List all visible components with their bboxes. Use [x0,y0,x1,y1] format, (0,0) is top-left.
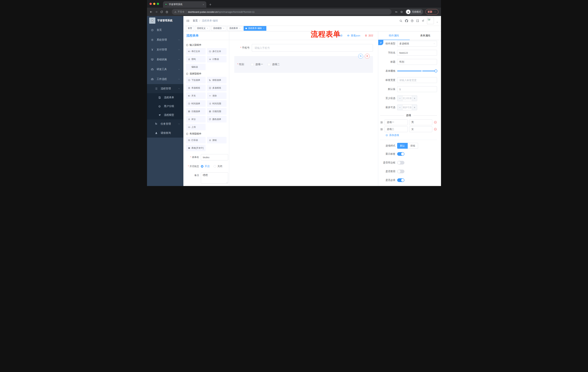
form-name-input[interactable] [201,154,228,160]
component-table[interactable]: 表格[开发中] [186,145,206,151]
component-date-picker[interactable]: 日期选择 [186,108,206,115]
disabled-switch[interactable] [397,170,404,173]
phone-field-row[interactable]: 手机号 [234,44,373,52]
gender-option-2[interactable]: 选项二 [268,63,280,66]
component-password[interactable]: 密码 [186,56,206,63]
sidebar-item-infra[interactable]: 基础设施 [147,55,183,64]
tab-component-props[interactable]: 组件属性 [378,31,410,40]
panel-link-icon[interactable] [378,40,383,45]
component-switch[interactable]: 开关 [186,93,206,99]
title-input[interactable] [397,59,437,65]
sidebar-item-process-model[interactable]: 流程模型 [147,111,183,119]
component-row-container[interactable]: 行容器 [186,137,206,143]
component-select[interactable]: 下拉选择 [186,77,206,83]
label-width-input[interactable] [397,77,437,83]
component-slider[interactable]: 滑块 [207,93,227,99]
phone-input[interactable] [252,44,373,52]
form-remark-textarea[interactable]: 嘿嘿 [201,172,228,184]
component-time-range[interactable]: 时间范围 [207,100,227,107]
option-label-input[interactable] [385,119,408,125]
clear-button[interactable]: 清空 [365,34,373,37]
bookmark-star-icon[interactable] [400,10,403,13]
field-name-input[interactable] [397,50,437,56]
fullscreen-icon[interactable] [416,19,419,22]
component-checkbox-group[interactable]: 多选框组 [207,85,227,91]
slider-thumb[interactable] [434,70,437,73]
component-cascader[interactable]: 级联选择 [207,77,227,83]
checkbox-unchecked[interactable] [251,63,254,66]
help-icon[interactable] [411,19,414,22]
tag-close-icon[interactable] [223,28,224,29]
increase-button[interactable]: + [412,96,417,101]
maximize-window-button[interactable] [157,3,159,5]
sidebar-item-home[interactable]: 首页 [147,25,183,35]
tab-home[interactable]: 首页 [186,26,194,31]
breadcrumb-home[interactable]: 首页 [193,19,198,22]
default-value-input[interactable] [397,86,437,92]
drag-handle-icon[interactable] [380,121,383,124]
sidebar-item-dev-tools[interactable]: 研发工具 [147,64,183,74]
tag-close-icon[interactable] [263,28,264,29]
update-browser-button[interactable]: 更新 [425,9,439,15]
github-icon[interactable] [405,19,408,22]
decrease-button[interactable]: − [397,96,402,101]
tag-close-icon[interactable] [239,28,241,29]
app-logo[interactable]: 芋道管理系统 [147,16,183,25]
back-button[interactable] [149,10,153,13]
copy-component-button[interactable] [358,54,363,59]
tab-form-props[interactable]: 表单属性 [410,31,441,40]
remove-option-button[interactable] [434,128,437,131]
component-single-line-text[interactable]: 单行文本 [186,48,206,55]
view-json-button[interactable]: 查看json [347,34,360,37]
sidebar-item-system[interactable]: 系统管理 [147,35,183,45]
url-text[interactable]: dashboard.yudao.iocoder.cn/bpm/manager/f… [188,11,255,13]
tab-process-form[interactable]: 流程表单 [227,26,242,31]
tab-process-model[interactable]: 流程模型 [211,26,226,31]
option-value-input[interactable] [409,119,432,125]
component-color-picker[interactable]: 颜色选择 [207,116,227,122]
tab-close-icon[interactable] [202,3,204,6]
status-off-radio[interactable]: 关闭 [214,165,222,168]
browser-tab[interactable]: 芋道管理系统 [163,1,206,8]
gender-field-selected[interactable]: 性别 选项一 选项二 [234,56,373,73]
browser-menu-icon[interactable] [434,11,436,13]
tab-process-form-edit[interactable]: 流程表单-编辑 [244,26,266,31]
sidebar-item-leave-query[interactable]: 请假查询 [147,128,183,138]
sidebar-item-pay[interactable]: 支付管理 [147,45,183,55]
home-button[interactable] [165,10,168,13]
remove-option-button[interactable] [434,121,437,124]
grid-slider[interactable] [397,68,437,74]
close-window-button[interactable] [149,3,152,5]
reload-button[interactable] [160,10,163,13]
increase-button[interactable]: + [412,105,417,110]
status-on-radio[interactable]: 开启 [201,165,210,168]
component-upload[interactable]: 上传 [186,124,206,130]
style-button-button[interactable]: 按钮 [408,143,418,149]
component-type-select[interactable] [397,41,437,47]
new-tab-button[interactable] [209,3,212,6]
component-radio-group[interactable]: 单选框组 [186,85,206,91]
component-time-picker[interactable]: 时间选择 [186,100,206,107]
required-switch[interactable] [397,178,404,182]
avatar-dropdown-icon[interactable] [436,21,438,23]
avatar[interactable] [427,17,434,24]
component-button[interactable]: 按钮 [207,137,227,143]
forward-button[interactable] [155,10,158,13]
font-size-icon[interactable] [421,19,425,22]
window-controls[interactable] [149,3,159,5]
save-button[interactable]: 保存 [334,34,343,37]
min-select-input[interactable] [402,96,412,101]
component-editor[interactable]: 编辑器 [186,64,206,70]
with-border-switch[interactable] [397,161,404,165]
option-value-input[interactable] [409,126,432,132]
max-select-input[interactable] [402,105,412,110]
component-counter[interactable]: 123计数器 [207,56,227,63]
component-date-range[interactable]: 日期范围 [207,108,227,115]
gender-option-1[interactable]: 选项一 [251,63,263,66]
show-label-switch[interactable] [397,152,404,156]
delete-component-button[interactable] [365,54,370,59]
checkbox-unchecked[interactable] [268,63,270,66]
add-option-button[interactable]: 添加选项 [386,133,437,137]
drag-handle-icon[interactable] [380,128,383,131]
sidebar-toggle-icon[interactable] [186,19,190,22]
